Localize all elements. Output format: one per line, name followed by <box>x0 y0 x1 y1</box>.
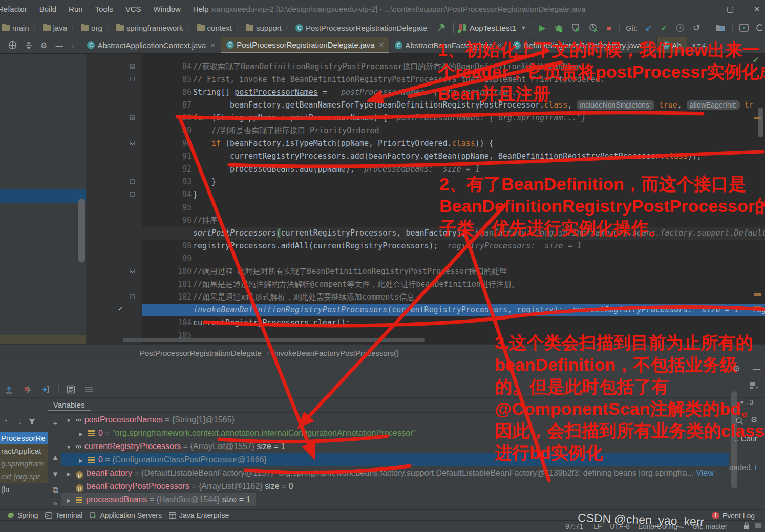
debug-button[interactable] <box>554 23 563 32</box>
code-line-99[interactable] <box>142 252 765 265</box>
tab-postprocessorregistrationdelegate-java[interactable]: CPostProcessorRegistrationDelegate.java✕ <box>221 37 390 53</box>
left-pane-selected-row[interactable] <box>0 189 86 203</box>
git-update-button[interactable]: ↙ <box>645 22 652 33</box>
frame-item[interactable]: ext (org.spr <box>0 470 48 483</box>
variable-row[interactable]: ▶0 = {ConfigurationClassPostProcessor@16… <box>61 453 729 466</box>
menu-window[interactable]: Window <box>147 5 186 13</box>
watch-button-0[interactable]: + <box>49 419 61 428</box>
search-icon[interactable] <box>735 417 743 425</box>
code-editor[interactable]: 8485868788899091929394959697989910010110… <box>0 54 765 344</box>
code-line-85[interactable]: // First, invoke the BeanDefinitionRegis… <box>142 73 765 86</box>
arrow-up-icon[interactable]: ↑ <box>4 417 8 425</box>
watch-button-5[interactable]: » <box>49 499 61 507</box>
breadcrumb-item-main[interactable]: main〉 <box>2 23 43 32</box>
fold-icon[interactable] <box>130 115 135 120</box>
indicator-icon[interactable] <box>755 522 761 529</box>
code-line-104[interactable]: currentRegistryProcessors.clear(); <box>142 316 765 329</box>
project-structure-icon[interactable] <box>715 24 725 32</box>
editor-gutter[interactable]: 8485868788899091929394959697989910010110… <box>86 54 142 344</box>
fold-icon[interactable] <box>130 192 135 197</box>
fold-icon[interactable] <box>130 294 135 299</box>
editor-horizontal-scrollbar[interactable] <box>123 338 425 342</box>
code-line-86[interactable]: String[] postProcessorNames = postProces… <box>142 86 765 99</box>
frame-item[interactable]: ractApplicat <box>0 444 48 457</box>
code-line-95[interactable] <box>142 201 765 214</box>
breadcrumb-item-context[interactable]: context〉 <box>197 23 246 32</box>
menu-tools[interactable]: Tools <box>89 5 119 13</box>
breadcrumb-item-class[interactable]: CPostProcessorRegistrationDelegate <box>295 24 428 32</box>
breadcrumb-item-springframework[interactable]: springframework〉 <box>116 23 197 32</box>
hide-panel-icon[interactable]: — <box>55 41 63 50</box>
stripe-warning-mark[interactable] <box>754 117 761 119</box>
code-line-100[interactable]: //调用过程 此时是对所有实现了BeanDefinitionRegistryPo… <box>142 265 765 278</box>
git-rollback-button[interactable]: ↺ <box>693 22 700 33</box>
target-icon[interactable] <box>8 41 17 50</box>
frame-item[interactable]: ProcessorRe <box>0 432 48 444</box>
gear-icon[interactable]: ⚙ <box>733 364 740 373</box>
close-icon[interactable]: ✕ <box>646 41 651 49</box>
code-line-96[interactable]: //排序 <box>142 214 765 227</box>
run-toolwindow-icon[interactable] <box>739 24 749 32</box>
menu-refactor[interactable]: Refactor <box>0 5 33 13</box>
gear-icon[interactable]: ⚙ <box>40 41 47 50</box>
breadcrumb-item-org[interactable]: org〉 <box>81 23 116 32</box>
left-pane-scrollbar[interactable] <box>78 199 85 262</box>
code-line-94[interactable]: } <box>142 188 765 201</box>
scroll-split-icon[interactable] <box>25 41 32 50</box>
stripe-warning-mark[interactable] <box>754 293 761 296</box>
tab-abstractbeanfactory-java[interactable]: CAbstractBeanFactory.java✕ <box>390 37 508 53</box>
close-icon[interactable]: ✕ <box>378 41 384 49</box>
code-line-87[interactable]: beanFactory.getBeanNamesForType(BeanDefi… <box>142 99 765 112</box>
watch-button-4[interactable]: ⧉ <box>49 485 61 495</box>
breadcrumb-method[interactable]: invokeBeanFactoryPostProcessors() <box>274 349 399 357</box>
hide-panel-icon[interactable]: — <box>753 364 760 373</box>
breadcrumb-class[interactable]: PostProcessorRegistrationDelegate <box>140 349 262 357</box>
toolwindow-java-enterprise[interactable]: Java Enterprise <box>169 511 229 519</box>
close-button[interactable]: ✕ <box>746 0 765 18</box>
variables-tree[interactable]: ▼∞postProcessorNames = {String[1]@1565}▶… <box>61 413 729 506</box>
hidden-tabs-dropdown[interactable]: ▾ ≡ 4 <box>688 37 710 53</box>
tab-abstractapplicationcontext-java[interactable]: CAbstractApplicationContext.java✕ <box>82 37 221 53</box>
step-out-icon[interactable] <box>5 385 13 394</box>
expander-closed-icon[interactable]: ▶ <box>66 494 72 506</box>
search-everywhere-icon[interactable] <box>755 24 762 32</box>
toolwindow-terminal[interactable]: Terminal <box>45 511 82 519</box>
git-history-button[interactable] <box>676 24 685 32</box>
menu-build[interactable]: Build <box>33 5 62 13</box>
variable-row[interactable]: pbeanFactoryPostProcessors = {ArrayList@… <box>61 480 729 493</box>
code-line-103[interactable]: invokeBeanDefinitionRegistryPostProcesso… <box>142 304 765 316</box>
expander-closed-icon[interactable]: ▶ <box>66 467 72 480</box>
watch-button-1[interactable]: — <box>49 436 61 444</box>
close-icon[interactable]: ✕ <box>497 41 502 49</box>
lock-icon[interactable] <box>743 522 750 529</box>
stripe-warning-mark[interactable] <box>754 306 761 308</box>
layout-icon[interactable] <box>750 382 759 389</box>
event-log-button[interactable]: 1 Event Log <box>712 510 755 521</box>
hidden-tabs-dropdown[interactable]: ▾ ≡3 <box>740 398 753 406</box>
variable-row[interactable]: ▶0 = "org.springframework.context.annota… <box>61 427 729 440</box>
scroll-tabs-left-icon[interactable]: ‹ <box>71 41 74 50</box>
expander-open-icon[interactable]: ▼ <box>66 414 72 427</box>
variable-row[interactable]: ▼∞currentRegistryProcessors = {ArrayList… <box>61 440 729 453</box>
fold-icon[interactable] <box>130 141 135 145</box>
breadcrumb-item-java[interactable]: java〉 <box>43 23 81 32</box>
code-line-101[interactable]: //如果是是通过纯注解的方法解析@compent等文件，此处会进行beanDef… <box>142 278 765 291</box>
toolwindow-application-servers[interactable]: Application Servers <box>90 511 162 519</box>
fold-icon[interactable] <box>130 77 135 81</box>
drop-frame-icon[interactable] <box>23 385 32 394</box>
run-button[interactable]: ▶ <box>539 23 546 33</box>
trace-settings-icon[interactable] <box>84 386 94 393</box>
minimize-button[interactable]: — <box>689 0 712 18</box>
git-commit-button[interactable]: ✔ <box>661 23 667 33</box>
watch-button-2[interactable]: ▲ <box>49 453 61 461</box>
maximize-button[interactable]: ▢ <box>719 0 741 18</box>
code-area[interactable]: //获取实现了BeanDefinitionRegistryPostProcess… <box>142 54 765 344</box>
stop-button[interactable]: ■ <box>607 24 611 32</box>
frame-item[interactable]: (la <box>0 483 48 496</box>
variable-row[interactable]: ▼∞postProcessorNames = {String[1]@1565} <box>61 413 729 427</box>
menu-vcs[interactable]: VCS <box>119 5 147 13</box>
code-line-91[interactable]: currentRegistryProcessors.add(beanFactor… <box>142 150 765 163</box>
evaluate-expression-icon[interactable] <box>67 385 75 394</box>
toolwindow-spring[interactable]: Spring <box>7 511 38 519</box>
code-line-89[interactable]: //判断是否实现了排序接口 PriorityOrdered <box>142 124 765 137</box>
